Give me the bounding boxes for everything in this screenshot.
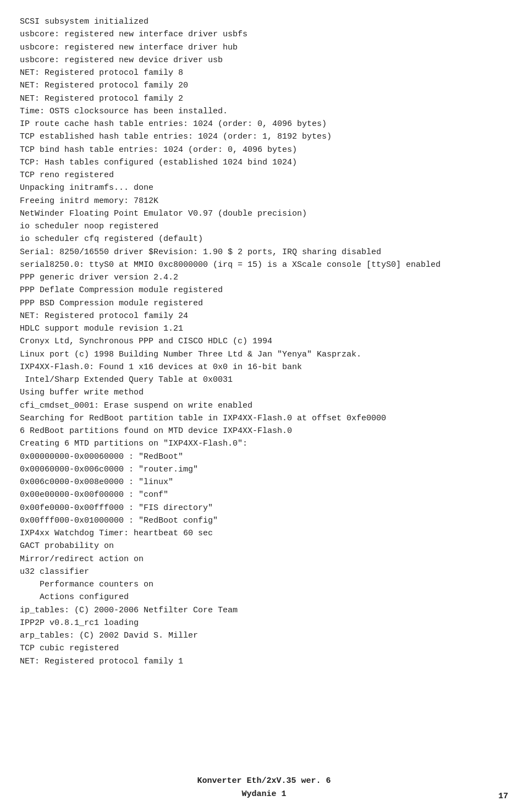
page-number: 17	[498, 792, 508, 801]
footer-text: Konverter Eth/2xV.35 wer. 6 Wydanie 1	[197, 775, 331, 801]
main-content: SCSI subsystem initialized usbcore: regi…	[0, 0, 528, 769]
footer: Konverter Eth/2xV.35 wer. 6 Wydanie 1 17	[0, 769, 528, 812]
footer-line1: Konverter Eth/2xV.35 wer. 6	[197, 775, 331, 788]
footer-line2: Wydanie 1	[197, 788, 331, 801]
log-output: SCSI subsystem initialized usbcore: regi…	[20, 15, 508, 668]
